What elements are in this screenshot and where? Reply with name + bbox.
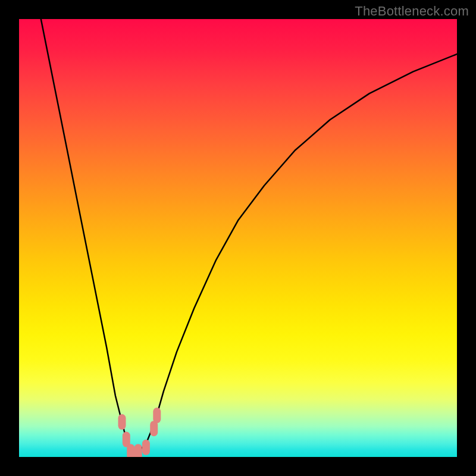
highlight-marker: [127, 444, 134, 457]
chart-frame: TheBottleneck.com: [0, 0, 476, 476]
highlight-marker: [142, 440, 150, 455]
plot-area: [19, 19, 457, 457]
watermark-text: TheBottleneck.com: [355, 4, 469, 19]
curve-layer: [19, 19, 457, 457]
highlight-marker: [150, 421, 158, 436]
bottleneck-curve-path: [41, 19, 457, 453]
bottleneck-curve: [41, 19, 457, 453]
highlight-marker: [118, 414, 126, 430]
highlight-marker: [134, 444, 142, 457]
highlight-marker: [153, 408, 161, 423]
highlight-markers: [118, 408, 161, 457]
